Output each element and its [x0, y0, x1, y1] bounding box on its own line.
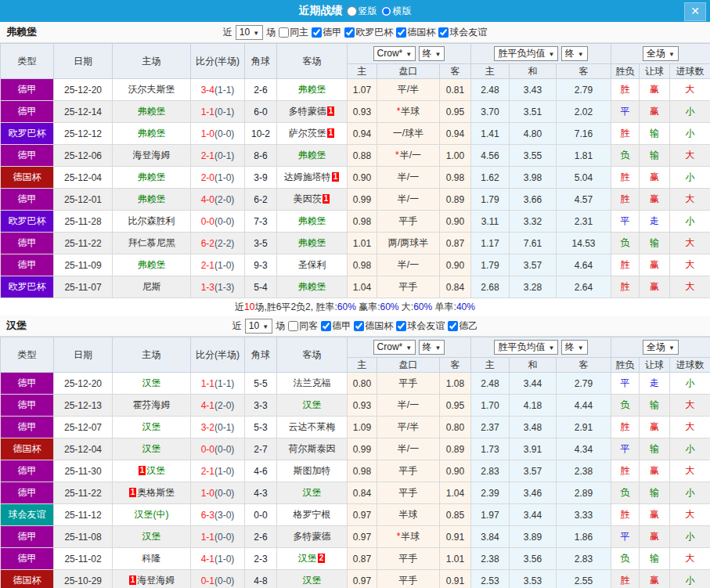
league-filter[interactable]: 德乙 — [448, 319, 478, 333]
avg-final-select[interactable]: 终 — [561, 46, 588, 61]
league-filter[interactable]: 球会友谊 — [438, 26, 487, 39]
avg-draw-odds: 3.89 — [510, 526, 557, 548]
asian-away-odds: 1.00 — [440, 145, 471, 167]
league-filter[interactable]: 德甲 — [312, 26, 341, 39]
avg-away-odds: 2.02 — [557, 101, 611, 123]
match-date: 25-12-13 — [54, 395, 113, 417]
bookmaker-select[interactable]: Crow* — [373, 340, 416, 355]
result-goals: 大 — [670, 395, 710, 417]
league-filter[interactable]: 欧罗巴杯 — [344, 26, 393, 39]
league-checkbox[interactable] — [321, 321, 331, 331]
fulltime-score: 6-2 — [201, 238, 214, 249]
team-label: 奥格斯堡 — [137, 487, 175, 498]
league-checkbox[interactable] — [312, 27, 322, 38]
corner-count: 10-2 — [245, 123, 277, 145]
close-button[interactable]: ✕ — [684, 2, 706, 21]
dialog-titlebar: 近期战绩 竖版 横版 ✕ — [0, 0, 710, 22]
avg-home-odds: 2.68 — [471, 276, 510, 298]
same-venue-checkbox[interactable] — [288, 321, 298, 331]
league-label: 德乙 — [459, 319, 478, 333]
fulltime-score: 0-0 — [201, 216, 214, 227]
result-handicap: 赢 — [640, 167, 670, 189]
league-filter[interactable]: 德甲 — [321, 319, 351, 333]
match-score: 6-2(2-2) — [191, 233, 245, 254]
team-label: 汉堡 — [142, 421, 161, 432]
result-handicap: 输 — [640, 482, 670, 504]
rank-badge: 1 — [332, 172, 340, 182]
league-checkbox[interactable] — [354, 321, 364, 331]
match-row: 德甲25-11-02科隆4-1(1-0)2-3汉堡20.87平手1.012.38… — [1, 548, 710, 570]
result-goals: 小 — [670, 211, 710, 233]
result-wdl: 平 — [611, 373, 640, 395]
match-row: 德甲25-12-07汉堡3-2(0-1)5-3云达不莱梅1.09平/半0.802… — [1, 417, 710, 438]
halftime-score: (0-0) — [214, 128, 234, 139]
asian-home-odds: 1.01 — [348, 233, 377, 254]
avg-away-odds: 2.64 — [557, 276, 611, 298]
asian-final-select[interactable]: 终 — [419, 46, 445, 61]
same-venue-filter[interactable]: 同客 — [288, 319, 318, 333]
halftime-score: (1-0) — [214, 172, 234, 183]
avg-odds-select[interactable]: 胜平负均值 — [494, 46, 558, 61]
team-label: 汉堡 — [303, 399, 322, 410]
avg-final-select[interactable]: 终 — [561, 340, 588, 355]
summary-segment: 赢率: — [356, 301, 380, 312]
home-team-cell: 比尔森胜利 — [113, 211, 191, 233]
layout-horizontal-radio[interactable] — [381, 6, 391, 16]
fulltime-score: 2-0 — [201, 172, 214, 183]
avg-draw-odds: 3.66 — [510, 189, 557, 211]
match-date: 25-11-22 — [54, 482, 113, 504]
same-venue-filter[interactable]: 同主 — [279, 26, 308, 39]
home-team-cell: 汉堡 — [113, 417, 191, 438]
scope-select[interactable]: 全场 — [643, 46, 679, 61]
match-count-select[interactable]: 10 — [236, 25, 263, 40]
asian-final-select[interactable]: 终 — [419, 340, 445, 355]
layout-horizontal-option[interactable]: 横版 — [381, 5, 412, 18]
scope-select[interactable]: 全场 — [643, 340, 679, 355]
league-filter[interactable]: 德国杯 — [354, 319, 393, 333]
avg-odds-select[interactable]: 胜平负均值 — [494, 340, 558, 355]
asian-home-odds: 0.88 — [348, 145, 377, 167]
layout-vertical-option[interactable]: 竖版 — [347, 5, 377, 18]
asian-home-odds: 1.04 — [348, 276, 377, 298]
summary-segment: 大: — [399, 301, 414, 312]
avg-odds-group: 胜平负均值 终 — [471, 337, 611, 358]
col-corner: 角球 — [245, 337, 277, 373]
asian-home-odds: 0.93 — [348, 101, 377, 123]
bookmaker-select[interactable]: Crow* — [373, 46, 416, 61]
col-handicap: 盘口 — [377, 358, 440, 373]
handicap-text: 一/球半 — [393, 128, 423, 139]
match-row: 德甲25-11-221奥格斯堡1-0(0-0)4-3汉堡0.84平手1.042.… — [1, 482, 710, 504]
home-team-cell: 弗赖堡 — [113, 101, 191, 123]
handicap-star: * — [397, 106, 401, 117]
match-score: 3-4(1-1) — [191, 79, 245, 101]
match-count-select[interactable]: 10 — [245, 319, 272, 334]
away-team-cell: 汉堡 — [277, 395, 348, 417]
league-filter[interactable]: 球会友谊 — [396, 319, 445, 333]
rank-badge: 1 — [129, 488, 137, 497]
league-checkbox[interactable] — [438, 27, 449, 38]
away-team-cell: 弗赖堡 — [277, 79, 348, 101]
summary-segment: 场,胜6平2负2, 胜率: — [254, 301, 337, 312]
layout-vertical-radio[interactable] — [347, 6, 357, 16]
same-venue-checkbox[interactable] — [279, 27, 289, 38]
match-row: 德甲25-12-14弗赖堡1-1(0-1)6-0多特蒙德10.93*半球0.95… — [1, 101, 710, 123]
league-checkbox[interactable] — [396, 321, 406, 331]
league-checkbox[interactable] — [344, 27, 355, 38]
league-checkbox[interactable] — [396, 27, 406, 38]
avg-draw-odds: 3.56 — [510, 548, 557, 570]
avg-home-odds: 2.48 — [471, 373, 510, 395]
asian-away-odds: 0.90 — [440, 211, 471, 233]
league-filter[interactable]: 德国杯 — [396, 26, 435, 39]
team-label: 弗赖堡 — [298, 84, 326, 95]
team-section-header: 汉堡 近 10 场 同客 德甲德国杯球会友谊德乙 — [0, 316, 710, 337]
near-label: 近 — [232, 319, 242, 333]
away-team-cell: 圣保利 — [277, 254, 348, 276]
result-wdl: 平 — [611, 438, 640, 460]
team-label: 多特蒙德 — [294, 531, 331, 542]
col-type: 类型 — [1, 337, 54, 373]
result-handicap: 输 — [640, 438, 670, 460]
league-filters: 德甲欧罗巴杯德国杯球会友谊 — [312, 26, 487, 39]
avg-home-odds: 3.84 — [471, 526, 510, 548]
league-checkbox[interactable] — [448, 321, 458, 331]
avg-away-odds: 2.38 — [557, 460, 611, 482]
